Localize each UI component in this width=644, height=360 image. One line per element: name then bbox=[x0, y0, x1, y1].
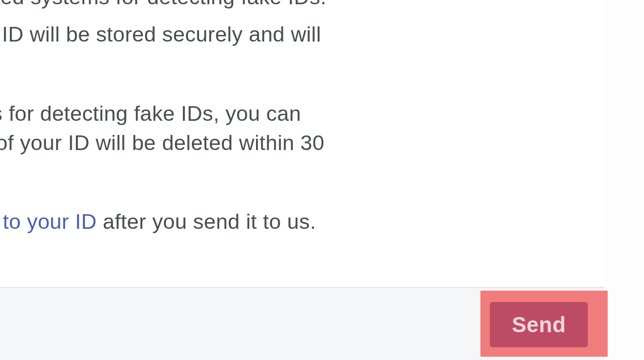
dialog-footer: Send bbox=[0, 288, 604, 360]
info-text-line: improve our automated systems for detect… bbox=[0, 0, 644, 12]
page-background-right bbox=[604, 0, 644, 360]
send-button[interactable]: Send bbox=[490, 302, 588, 347]
info-text-line: ur automated systems for detecting fake … bbox=[0, 99, 644, 128]
learn-more-link-fragment[interactable]: to your ID bbox=[3, 209, 97, 234]
viewport: improve our automated systems for detect… bbox=[0, 0, 644, 360]
dialog-body: improve our automated systems for detect… bbox=[0, 0, 604, 287]
learn-more-text-rest: after you send it to us. bbox=[97, 209, 316, 234]
learn-more-line: to your ID after you send it to us. bbox=[3, 209, 316, 235]
info-text-line: s option off, the copy of your ID will b… bbox=[0, 128, 644, 158]
info-text-line: our information. Your ID will be stored … bbox=[0, 20, 644, 49]
